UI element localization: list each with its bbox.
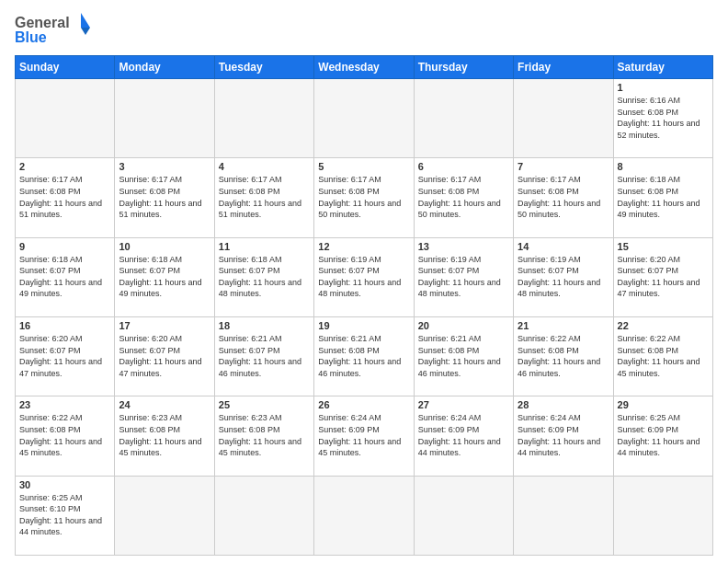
calendar-cell: 29Sunrise: 6:25 AMSunset: 6:09 PMDayligh… (613, 396, 712, 476)
calendar-cell: 5Sunrise: 6:17 AMSunset: 6:08 PMDaylight… (314, 158, 414, 237)
calendar-body: 1Sunrise: 6:16 AMSunset: 6:08 PMDaylight… (16, 79, 713, 556)
page: GeneralBlue SundayMondayTuesdayWednesday… (0, 0, 728, 563)
svg-marker-3 (81, 28, 90, 35)
calendar-cell: 1Sunrise: 6:16 AMSunset: 6:08 PMDaylight… (613, 79, 712, 158)
day-info: Sunrise: 6:20 AMSunset: 6:07 PMDaylight:… (19, 333, 110, 379)
calendar-cell: 25Sunrise: 6:23 AMSunset: 6:08 PMDayligh… (214, 396, 313, 476)
weekday-tuesday: Tuesday (214, 56, 313, 79)
calendar-cell (414, 79, 513, 158)
calendar-cell (314, 79, 414, 158)
day-number: 28 (518, 399, 609, 410)
day-number: 23 (19, 399, 110, 410)
calendar-header: SundayMondayTuesdayWednesdayThursdayFrid… (16, 56, 713, 79)
day-info: Sunrise: 6:23 AMSunset: 6:08 PMDaylight:… (119, 412, 210, 458)
calendar-cell (514, 476, 613, 555)
calendar-cell: 27Sunrise: 6:24 AMSunset: 6:09 PMDayligh… (414, 396, 513, 476)
day-number: 27 (418, 399, 509, 410)
weekday-sunday: Sunday (16, 56, 115, 79)
day-info: Sunrise: 6:18 AMSunset: 6:08 PMDaylight:… (618, 174, 709, 220)
weekday-saturday: Saturday (613, 56, 712, 79)
calendar-cell (414, 476, 513, 555)
day-info: Sunrise: 6:20 AMSunset: 6:07 PMDaylight:… (119, 333, 210, 379)
day-info: Sunrise: 6:24 AMSunset: 6:09 PMDaylight:… (518, 412, 609, 458)
day-number: 13 (418, 241, 509, 252)
day-info: Sunrise: 6:16 AMSunset: 6:08 PMDaylight:… (618, 95, 709, 141)
calendar-cell (514, 79, 613, 158)
day-number: 29 (618, 399, 709, 410)
day-number: 11 (219, 241, 310, 252)
day-info: Sunrise: 6:19 AMSunset: 6:07 PMDaylight:… (418, 254, 509, 300)
calendar-cell: 20Sunrise: 6:21 AMSunset: 6:08 PMDayligh… (414, 316, 513, 396)
day-number: 21 (518, 320, 609, 331)
day-info: Sunrise: 6:18 AMSunset: 6:07 PMDaylight:… (119, 254, 210, 300)
calendar-cell: 30Sunrise: 6:25 AMSunset: 6:10 PMDayligh… (16, 476, 115, 555)
day-info: Sunrise: 6:22 AMSunset: 6:08 PMDaylight:… (518, 333, 609, 379)
calendar-cell (214, 476, 313, 555)
calendar-week-1: 1Sunrise: 6:16 AMSunset: 6:08 PMDaylight… (16, 79, 713, 158)
calendar-cell: 8Sunrise: 6:18 AMSunset: 6:08 PMDaylight… (613, 158, 712, 237)
calendar-cell: 14Sunrise: 6:19 AMSunset: 6:07 PMDayligh… (514, 237, 613, 316)
day-info: Sunrise: 6:25 AMSunset: 6:10 PMDaylight:… (19, 492, 110, 538)
day-info: Sunrise: 6:22 AMSunset: 6:08 PMDaylight:… (19, 412, 110, 458)
day-info: Sunrise: 6:18 AMSunset: 6:07 PMDaylight:… (19, 254, 110, 300)
svg-marker-2 (81, 13, 90, 28)
calendar-cell: 22Sunrise: 6:22 AMSunset: 6:08 PMDayligh… (613, 316, 712, 396)
weekday-friday: Friday (514, 56, 613, 79)
day-number: 10 (119, 241, 210, 252)
calendar-table: SundayMondayTuesdayWednesdayThursdayFrid… (15, 55, 713, 556)
day-number: 26 (318, 399, 409, 410)
day-number: 17 (119, 320, 210, 331)
calendar-cell: 3Sunrise: 6:17 AMSunset: 6:08 PMDaylight… (115, 158, 214, 237)
calendar-cell (115, 79, 214, 158)
svg-text:Blue: Blue (15, 29, 47, 45)
day-number: 15 (618, 241, 709, 252)
day-info: Sunrise: 6:17 AMSunset: 6:08 PMDaylight:… (219, 174, 310, 220)
day-number: 4 (219, 161, 310, 172)
weekday-header-row: SundayMondayTuesdayWednesdayThursdayFrid… (16, 56, 713, 79)
calendar-cell: 7Sunrise: 6:17 AMSunset: 6:08 PMDaylight… (514, 158, 613, 237)
logo: GeneralBlue (15, 11, 97, 48)
day-info: Sunrise: 6:17 AMSunset: 6:08 PMDaylight:… (318, 174, 409, 220)
day-number: 9 (19, 241, 110, 252)
calendar-week-3: 9Sunrise: 6:18 AMSunset: 6:07 PMDaylight… (16, 237, 713, 316)
day-info: Sunrise: 6:21 AMSunset: 6:07 PMDaylight:… (219, 333, 310, 379)
day-number: 1 (618, 82, 709, 93)
calendar-cell: 6Sunrise: 6:17 AMSunset: 6:08 PMDaylight… (414, 158, 513, 237)
calendar-cell (314, 476, 414, 555)
calendar-week-4: 16Sunrise: 6:20 AMSunset: 6:07 PMDayligh… (16, 316, 713, 396)
day-info: Sunrise: 6:17 AMSunset: 6:08 PMDaylight:… (518, 174, 609, 220)
weekday-thursday: Thursday (414, 56, 513, 79)
calendar-cell: 23Sunrise: 6:22 AMSunset: 6:08 PMDayligh… (16, 396, 115, 476)
day-info: Sunrise: 6:21 AMSunset: 6:08 PMDaylight:… (418, 333, 509, 379)
calendar-cell: 15Sunrise: 6:20 AMSunset: 6:07 PMDayligh… (613, 237, 712, 316)
calendar-cell: 9Sunrise: 6:18 AMSunset: 6:07 PMDaylight… (16, 237, 115, 316)
day-info: Sunrise: 6:19 AMSunset: 6:07 PMDaylight:… (518, 254, 609, 300)
day-number: 18 (219, 320, 310, 331)
day-number: 8 (618, 161, 709, 172)
day-info: Sunrise: 6:19 AMSunset: 6:07 PMDaylight:… (318, 254, 409, 300)
calendar-cell: 18Sunrise: 6:21 AMSunset: 6:07 PMDayligh… (214, 316, 313, 396)
day-number: 3 (119, 161, 210, 172)
day-info: Sunrise: 6:24 AMSunset: 6:09 PMDaylight:… (318, 412, 409, 458)
day-number: 12 (318, 241, 409, 252)
calendar-cell: 28Sunrise: 6:24 AMSunset: 6:09 PMDayligh… (514, 396, 613, 476)
day-number: 24 (119, 399, 210, 410)
weekday-monday: Monday (115, 56, 214, 79)
day-info: Sunrise: 6:25 AMSunset: 6:09 PMDaylight:… (618, 412, 709, 458)
day-number: 22 (618, 320, 709, 331)
day-number: 16 (19, 320, 110, 331)
calendar-cell (214, 79, 313, 158)
logo-svg: GeneralBlue (15, 11, 97, 48)
calendar-cell: 19Sunrise: 6:21 AMSunset: 6:08 PMDayligh… (314, 316, 414, 396)
day-number: 7 (518, 161, 609, 172)
calendar-cell: 21Sunrise: 6:22 AMSunset: 6:08 PMDayligh… (514, 316, 613, 396)
day-info: Sunrise: 6:18 AMSunset: 6:07 PMDaylight:… (219, 254, 310, 300)
day-number: 20 (418, 320, 509, 331)
calendar-week-5: 23Sunrise: 6:22 AMSunset: 6:08 PMDayligh… (16, 396, 713, 476)
calendar-cell: 17Sunrise: 6:20 AMSunset: 6:07 PMDayligh… (115, 316, 214, 396)
day-number: 6 (418, 161, 509, 172)
calendar-cell: 24Sunrise: 6:23 AMSunset: 6:08 PMDayligh… (115, 396, 214, 476)
day-info: Sunrise: 6:21 AMSunset: 6:08 PMDaylight:… (318, 333, 409, 379)
svg-text:General: General (15, 15, 70, 30)
calendar-cell: 12Sunrise: 6:19 AMSunset: 6:07 PMDayligh… (314, 237, 414, 316)
